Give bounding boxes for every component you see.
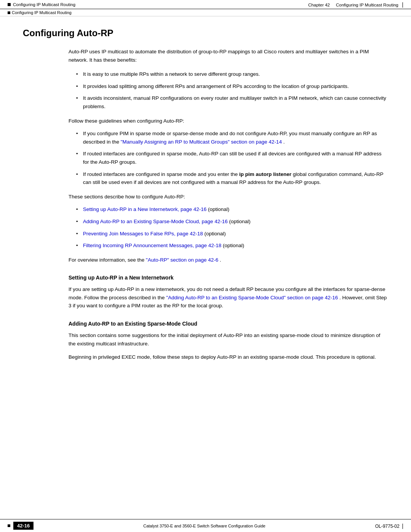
link-auto-rp-overview[interactable]: "Auto-RP" section on page 42-6 bbox=[146, 257, 218, 263]
content-area: Auto-RP uses IP multicast to automate th… bbox=[68, 48, 388, 361]
header-left: Configuring IP Multicast Routing bbox=[8, 2, 75, 7]
section1-paragraph: If you are setting up Auto-RP in a new i… bbox=[68, 285, 388, 310]
list-item: Adding Auto-RP to an Existing Sparse-Mod… bbox=[76, 217, 388, 226]
section-links-list: Setting up Auto-RP in a New Internetwork… bbox=[76, 205, 388, 249]
header-title: Configuring IP Multicast Routing bbox=[336, 3, 398, 7]
link-filtering[interactable]: Filtering Incoming RP Announcement Messa… bbox=[83, 243, 221, 248]
footer-doc-title: Catalyst 3750-E and 3560-E Switch Softwa… bbox=[33, 524, 375, 528]
list-item: It is easy to use multiple RPs within a … bbox=[76, 70, 388, 78]
link-new-internetwork[interactable]: Setting up Auto-RP in a New Internetwork… bbox=[83, 206, 207, 212]
list-item: It avoids inconsistent, manual RP config… bbox=[76, 94, 388, 110]
sections-intro: These sections describe how to configure… bbox=[68, 193, 388, 201]
footer-doc-number: OL-9775-02 | bbox=[375, 523, 403, 529]
sub-header-icon bbox=[8, 11, 10, 14]
section2-heading: Adding Auto-RP to an Existing Sparse-Mod… bbox=[68, 321, 388, 327]
sub-header: Configuring IP Multicast Routing bbox=[0, 9, 411, 16]
benefits-list: It is easy to use multiple RPs within a … bbox=[76, 70, 388, 110]
link-join-messages[interactable]: Preventing Join Messages to False RPs, p… bbox=[83, 231, 203, 236]
list-item: Setting up Auto-RP in a New Internetwork… bbox=[76, 205, 388, 214]
main-content: Configuring Auto-RP Auto-RP uses IP mult… bbox=[0, 16, 411, 390]
footer-left: 42-16 bbox=[8, 522, 33, 530]
page-footer: 42-16 Catalyst 3750-E and 3560-E Switch … bbox=[0, 519, 411, 532]
overview-paragraph: For overview information, see the "Auto-… bbox=[68, 256, 388, 264]
page-number: 42-16 bbox=[13, 522, 33, 530]
list-item: If you configure PIM in sparse mode or s… bbox=[76, 129, 388, 146]
list-item: Filtering Incoming RP Announcement Messa… bbox=[76, 241, 388, 250]
section1-heading: Setting up Auto-RP in a New Internetwork bbox=[68, 275, 388, 281]
guidelines-list: If you configure PIM in sparse mode or s… bbox=[76, 129, 388, 187]
intro-paragraph: Auto-RP uses IP multicast to automate th… bbox=[68, 48, 388, 64]
guideline-intro: Follow these guidelines when configuring… bbox=[68, 117, 388, 125]
bold-command: ip pim autorp listener bbox=[239, 171, 292, 177]
header-icon bbox=[8, 3, 11, 6]
section2-para1: This section contains some suggestions f… bbox=[68, 331, 388, 348]
chapter-title: Configuring Auto-RP bbox=[23, 28, 388, 38]
header-breadcrumb: Configuring IP Multicast Routing bbox=[13, 2, 75, 7]
header-chapter: Chapter 42 bbox=[308, 3, 330, 7]
list-item: It provides load splitting among differe… bbox=[76, 82, 388, 91]
page-header: Configuring IP Multicast Routing Chapter… bbox=[0, 0, 411, 9]
section2-para2: Beginning in privileged EXEC mode, follo… bbox=[68, 353, 388, 361]
footer-icon bbox=[8, 524, 10, 527]
link-manually-assigning[interactable]: "Manually Assigning an RP to Multicast G… bbox=[121, 139, 282, 145]
sub-header-breadcrumb: Configuring IP Multicast Routing bbox=[12, 10, 72, 15]
header-right: Chapter 42 Configuring IP Multicast Rout… bbox=[308, 2, 403, 8]
list-item: If routed interfaces are configured in s… bbox=[76, 150, 388, 166]
link-section1-ref[interactable]: "Adding Auto-RP to an Existing Sparse-Mo… bbox=[166, 295, 338, 300]
link-existing-cloud[interactable]: Adding Auto-RP to an Existing Sparse-Mod… bbox=[83, 219, 228, 224]
list-item: Preventing Join Messages to False RPs, p… bbox=[76, 230, 388, 238]
list-item: If routed interfaces are configured in s… bbox=[76, 170, 388, 187]
